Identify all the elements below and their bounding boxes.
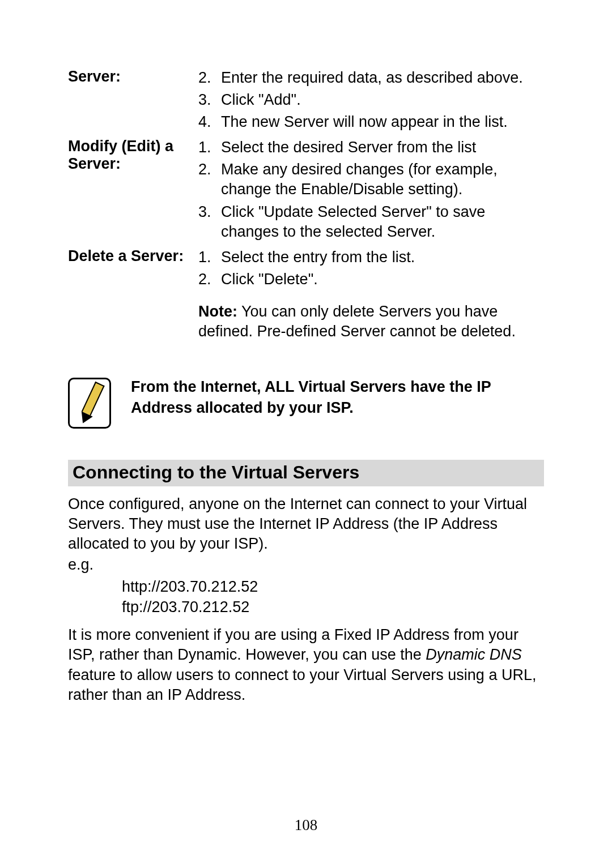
- server-steps: 2.Enter the required data, as described …: [198, 68, 544, 138]
- intro-paragraph: Once configured, anyone on the Internet …: [68, 494, 544, 554]
- server-label: Server:: [68, 68, 198, 138]
- callout-text: From the Internet, ALL Virtual Servers h…: [131, 373, 544, 418]
- example-url: http://203.70.212.52: [122, 576, 544, 597]
- delete-note: Note: You can only delete Servers you ha…: [198, 302, 544, 341]
- step-num: 1.: [198, 247, 221, 267]
- example-url: ftp://203.70.212.52: [122, 597, 544, 617]
- closing-paragraph: It is more convenient if you are using a…: [68, 625, 544, 704]
- step-num: 3.: [198, 202, 221, 242]
- step-text: Select the entry from the list.: [221, 247, 544, 267]
- step-num: 4.: [198, 112, 221, 132]
- section-heading: Connecting to the Virtual Servers: [68, 460, 544, 486]
- step-text: Click "Update Selected Server" to save c…: [221, 202, 544, 242]
- step-num: 1.: [198, 138, 221, 157]
- modify-label: Modify (Edit) a Server:: [68, 138, 198, 247]
- definitions-table: Server: 2.Enter the required data, as de…: [68, 68, 544, 345]
- modify-steps: 1.Select the desired Server from the lis…: [198, 138, 544, 247]
- note-pencil-icon: [68, 378, 111, 429]
- delete-label: Delete a Server:: [68, 247, 198, 345]
- step-num: 2.: [198, 270, 221, 289]
- step-text: Click "Delete".: [221, 270, 544, 289]
- step-text: Enter the required data, as described ab…: [221, 68, 544, 88]
- delete-steps: 1.Select the entry from the list. 2.Clic…: [198, 247, 544, 345]
- step-text: Make any desired changes (for example, c…: [221, 160, 544, 199]
- step-num: 2.: [198, 160, 221, 199]
- step-text: Click "Add".: [221, 90, 544, 110]
- step-text: The new Server will now appear in the li…: [221, 112, 544, 132]
- step-text: Select the desired Server from the list: [221, 138, 544, 157]
- page-number: 108: [0, 816, 612, 834]
- step-num: 2.: [198, 68, 221, 88]
- step-num: 3.: [198, 90, 221, 110]
- example-urls: http://203.70.212.52 ftp://203.70.212.52: [68, 576, 544, 618]
- eg-label: e.g.: [68, 555, 544, 575]
- callout: From the Internet, ALL Virtual Servers h…: [68, 373, 544, 429]
